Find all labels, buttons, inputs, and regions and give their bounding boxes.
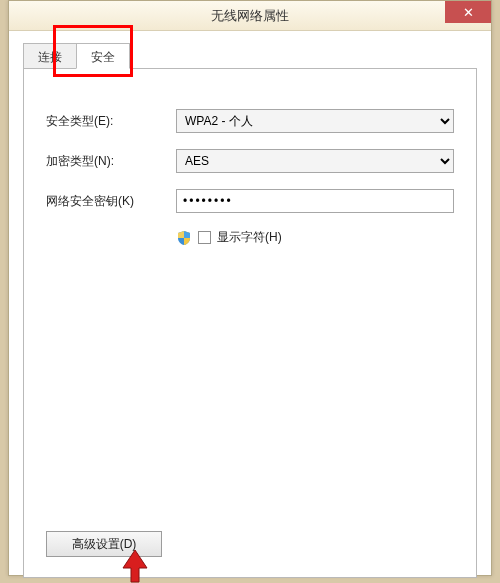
security-key-input[interactable] <box>176 189 454 213</box>
security-type-field: WPA2 - 个人 <box>176 109 454 133</box>
tab-security[interactable]: 安全 <box>76 43 130 69</box>
content-area: 连接 安全 安全类型(E): WPA2 - 个人 加密类型(N): AES <box>9 31 491 575</box>
encryption-type-label: 加密类型(N): <box>46 153 176 170</box>
encryption-type-field: AES <box>176 149 454 173</box>
show-characters-checkbox[interactable] <box>198 231 211 244</box>
security-type-select[interactable]: WPA2 - 个人 <box>176 109 454 133</box>
wireless-properties-window: 无线网络属性 ✕ 连接 安全 安全类型(E): WPA2 - 个人 加密类型(N… <box>8 0 492 576</box>
shield-icon <box>176 230 192 246</box>
security-key-label: 网络安全密钥(K) <box>46 193 176 210</box>
security-type-row: 安全类型(E): WPA2 - 个人 <box>46 109 454 133</box>
titlebar: 无线网络属性 ✕ <box>9 1 491 31</box>
window-title: 无线网络属性 <box>9 7 491 25</box>
encryption-type-select[interactable]: AES <box>176 149 454 173</box>
advanced-settings-button[interactable]: 高级设置(D) <box>46 531 162 557</box>
show-characters-label: 显示字符(H) <box>217 229 282 246</box>
tab-bar: 连接 安全 <box>23 43 477 69</box>
security-tab-pane: 安全类型(E): WPA2 - 个人 加密类型(N): AES 网络安全密钥(K… <box>23 68 477 578</box>
close-icon: ✕ <box>463 5 474 20</box>
encryption-type-row: 加密类型(N): AES <box>46 149 454 173</box>
close-button[interactable]: ✕ <box>445 1 491 23</box>
tab-connect[interactable]: 连接 <box>23 43 77 69</box>
security-type-label: 安全类型(E): <box>46 113 176 130</box>
show-characters-row: 显示字符(H) <box>176 229 454 246</box>
security-key-field <box>176 189 454 213</box>
security-key-row: 网络安全密钥(K) <box>46 189 454 213</box>
